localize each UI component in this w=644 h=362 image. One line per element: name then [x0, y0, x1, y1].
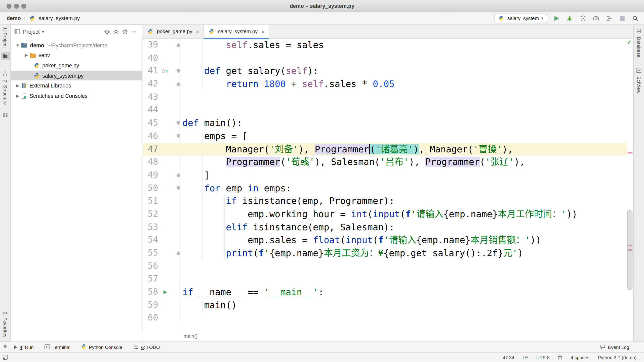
tool-stripe-todo-button[interactable]: 6: TODO — [133, 344, 160, 350]
line-number[interactable]: 53 — [143, 221, 160, 234]
interpreter-widget[interactable]: Python 3.7 (demo) — [598, 355, 636, 360]
line-number[interactable]: 59 — [143, 299, 160, 312]
code-lines[interactable]: 39 self.sales = sales4041↑ def get_salar… — [143, 38, 627, 325]
code-text[interactable]: if isinstance(emp, Programmer): — [181, 195, 394, 208]
collapse-all-button[interactable] — [112, 28, 119, 35]
chevron-right-icon[interactable]: ▶ — [14, 83, 21, 88]
settings-gear-icon[interactable] — [122, 28, 128, 35]
toggle-tool-stripes-button[interactable] — [3, 352, 8, 362]
tool-stripe-structure-button[interactable]: 7: Structure — [3, 80, 8, 105]
run-line-icon[interactable] — [163, 290, 167, 294]
line-number[interactable]: 39 — [143, 38, 160, 52]
code-text[interactable] — [181, 273, 182, 286]
tree-item-external-libraries[interactable]: ▶ External Libraries — [11, 81, 142, 91]
breadcrumb-element[interactable]: main() — [184, 333, 198, 339]
code-line[interactable]: 47 Manager('刘备'), Programmer('诸葛亮'), Man… — [143, 143, 627, 156]
code-line[interactable]: 58if __name__ == '__main__': — [143, 286, 627, 299]
fold-marker-icon[interactable] — [177, 43, 180, 47]
tree-item-scratches[interactable]: ▶ Scratches and Consoles — [11, 91, 142, 101]
tool-stripe-run-button[interactable]: 4: Run — [14, 345, 34, 350]
code-text[interactable]: return 1800 + self.sales * 0.05 — [181, 78, 394, 91]
project-tool-window-icon[interactable] — [1, 52, 10, 60]
event-log-button[interactable]: Event Log — [600, 342, 629, 352]
line-number[interactable]: 54 — [143, 234, 160, 247]
close-icon[interactable]: × — [196, 29, 199, 34]
code-text[interactable]: main() — [181, 299, 237, 312]
indent-widget[interactable]: 4 spaces — [571, 355, 589, 360]
line-number[interactable]: 40 — [143, 52, 160, 65]
project-panel-title[interactable]: Project — [23, 28, 39, 34]
fold-marker-icon[interactable] — [177, 134, 180, 138]
code-text[interactable]: emp.sales = float(input(f'请输入{emp.name}本… — [181, 234, 541, 247]
chevron-right-icon[interactable]: ▶ — [14, 94, 21, 98]
database-icon[interactable] — [636, 28, 641, 35]
code-text[interactable]: print(f'{emp.name}本月工资为：¥{emp.get_salary… — [181, 247, 523, 260]
close-icon[interactable]: × — [261, 29, 264, 34]
line-number[interactable]: 46 — [143, 130, 160, 143]
inspections-ok-icon[interactable]: ✓ — [627, 39, 631, 46]
code-text[interactable]: ] — [181, 169, 210, 182]
code-line[interactable]: 57 — [143, 273, 627, 286]
code-text[interactable]: if __name__ == '__main__': — [181, 286, 324, 299]
encoding-widget[interactable]: UTF-8 — [536, 355, 550, 360]
line-number[interactable]: 50 — [143, 182, 160, 195]
fold-marker-icon[interactable] — [177, 82, 180, 86]
line-number[interactable]: 45 — [143, 117, 160, 130]
fold-marker-icon[interactable] — [177, 69, 180, 73]
code-line[interactable]: 55 print(f'{emp.name}本月工资为：¥{emp.get_sal… — [143, 247, 627, 260]
lock-icon[interactable] — [558, 354, 562, 360]
line-number[interactable]: 44 — [143, 104, 160, 117]
debug-button[interactable] — [566, 15, 573, 22]
code-line[interactable]: 53 elif isinstance(emp, Salesman): — [143, 221, 627, 234]
line-number[interactable]: 48 — [143, 156, 160, 169]
line-number[interactable]: 56 — [143, 260, 160, 273]
tab-poker-game[interactable]: poker_game.py × — [143, 25, 204, 39]
code-line[interactable]: 39 self.sales = sales — [143, 38, 627, 52]
chevron-down-icon[interactable]: ▾ — [42, 29, 44, 34]
coverage-button[interactable] — [579, 15, 586, 22]
caret-position-widget[interactable]: 47:34 — [503, 355, 514, 360]
code-line[interactable]: 44 — [143, 104, 627, 117]
code-text[interactable]: emp.working_hour = int(input(f'请输入{emp.n… — [181, 208, 577, 221]
code-line[interactable]: 54 emp.sales = float(input(f'请输入{emp.nam… — [143, 234, 627, 247]
fold-marker-icon[interactable] — [177, 173, 180, 177]
line-number[interactable]: 57 — [143, 273, 160, 286]
code-editor[interactable]: 39 self.sales = sales4041↑ def get_salar… — [143, 38, 633, 331]
tool-stripe-project-button[interactable]: 1: Project — [3, 27, 8, 48]
run-configuration-select[interactable]: salary_system ▾ — [495, 13, 547, 23]
code-text[interactable] — [181, 260, 182, 273]
tab-salary-system[interactable]: salary_system.py × — [204, 25, 269, 39]
line-number[interactable]: 52 — [143, 208, 160, 221]
code-text[interactable]: Manager('刘备'), Programmer('诸葛亮'), Manage… — [181, 143, 513, 156]
code-text[interactable]: def get_salary(self): — [181, 65, 318, 78]
stop-button[interactable] — [619, 15, 626, 22]
line-number[interactable]: 49 — [143, 169, 160, 182]
code-text[interactable]: elif isinstance(emp, Salesman): — [181, 221, 394, 234]
tree-item-salary-system[interactable]: salary_system.py — [11, 70, 142, 80]
tool-stripe-terminal-button[interactable]: Terminal — [44, 344, 70, 350]
code-text[interactable] — [181, 104, 182, 117]
tool-stripe-database-button[interactable]: Database — [636, 37, 641, 58]
overriding-method-icon[interactable] — [162, 69, 165, 73]
line-number[interactable]: 51 — [143, 195, 160, 208]
code-line[interactable]: 46 emps = [ — [143, 130, 627, 143]
code-text[interactable] — [181, 312, 182, 325]
editor-scrollbar[interactable] — [627, 210, 632, 290]
tree-item-poker-game[interactable]: poker_game.py — [11, 60, 142, 70]
locate-file-button[interactable] — [103, 28, 110, 35]
chevron-right-icon[interactable]: ▶ — [23, 53, 29, 58]
error-stripe-mark[interactable] — [628, 152, 633, 154]
tool-stripe-sciview-button[interactable]: SciView — [636, 76, 641, 94]
code-line[interactable]: 45def main(): — [143, 117, 627, 130]
line-ending-widget[interactable]: LF — [522, 355, 528, 360]
line-number[interactable]: 41 — [143, 65, 160, 78]
hide-panel-button[interactable] — [131, 28, 137, 35]
structure-icon[interactable] — [3, 71, 8, 78]
breadcrumb-project[interactable]: demo — [7, 15, 21, 21]
tool-stripe-python-console-button[interactable]: Python Console — [81, 344, 122, 350]
code-line[interactable]: 42 return 1800 + self.sales * 0.05 — [143, 78, 627, 91]
code-line[interactable]: 40 — [143, 52, 627, 65]
code-line[interactable]: 56 — [143, 260, 627, 273]
code-line[interactable]: 41↑ def get_salary(self): — [143, 65, 627, 78]
grid-icon[interactable] — [3, 112, 8, 119]
